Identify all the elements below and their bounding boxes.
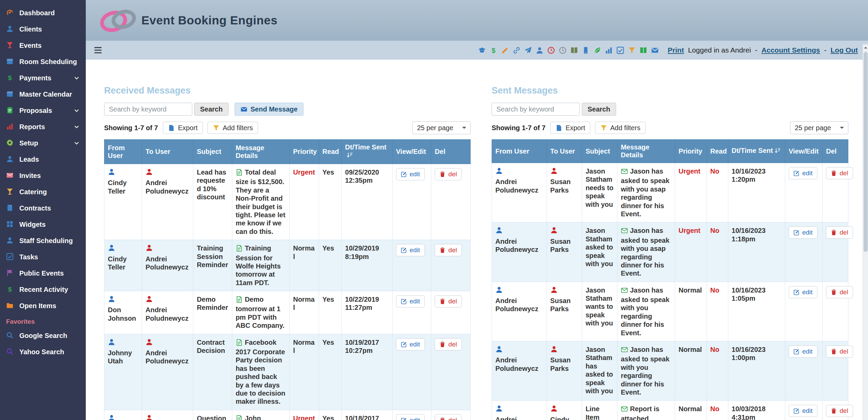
sidebar-item-public-events[interactable]: Public Events <box>0 265 86 281</box>
pencil-icon[interactable] <box>501 46 509 54</box>
envelope-icon <box>621 227 628 236</box>
add-filters-button[interactable]: Add filters <box>595 122 646 134</box>
sidebar-item-leads[interactable]: Leads <box>0 151 86 167</box>
sidebar-item-reports[interactable]: Reports <box>0 119 86 135</box>
delete-button[interactable]: del <box>826 286 853 298</box>
message-details-cell: Training Session for Wolfe Heights tomor… <box>232 240 290 291</box>
sidebar-item-recent-activity[interactable]: $ Recent Activity <box>0 281 86 298</box>
add-filters-button[interactable]: Add filters <box>208 122 258 134</box>
clock-icon[interactable] <box>547 46 555 54</box>
from-user-cell: Johnny Utah <box>104 334 142 410</box>
search-input[interactable] <box>492 103 580 116</box>
per-page-select[interactable]: 25 per page <box>412 121 471 134</box>
clock-icon[interactable] <box>559 46 567 54</box>
add-filters-label: Add filters <box>610 124 640 132</box>
per-page-select-wrap: 25 per page <box>790 121 848 134</box>
logo-rings-icon <box>98 5 138 35</box>
account-settings-link[interactable]: Account Settings <box>762 46 820 54</box>
link-icon[interactable] <box>513 46 520 54</box>
from-user-cell: Andrei Poludnewycz <box>492 222 547 282</box>
sent-table-header: From UserTo UserSubjectMessage DetailsPr… <box>492 140 848 163</box>
delete-button[interactable]: del <box>435 295 461 307</box>
edit-button[interactable]: edit <box>396 168 425 180</box>
column-header-read: Read <box>707 140 728 163</box>
funnel-icon[interactable] <box>628 46 636 54</box>
delete-button[interactable]: del <box>826 167 853 179</box>
graduation-cap-icon[interactable] <box>478 46 486 54</box>
sidebar: Dashboard Clients Events Room Scheduling… <box>0 0 86 420</box>
sidebar-item-dashboard[interactable]: Dashboard <box>0 5 86 21</box>
sidebar-item-payments[interactable]: $ Payments <box>0 70 86 86</box>
edit-button[interactable]: edit <box>789 226 817 239</box>
per-page-select[interactable]: 25 per page <box>790 121 848 134</box>
to-user-cell: Susan Parks <box>547 282 582 341</box>
delete-button[interactable]: del <box>435 338 461 351</box>
sidebar-item-clients[interactable]: Clients <box>0 21 86 37</box>
paper-plane-icon[interactable] <box>524 46 532 54</box>
sidebar-item-room-scheduling[interactable]: Room Scheduling <box>0 54 86 70</box>
column-header-dt-time-sent[interactable]: Dt/Time Sent <box>341 140 392 164</box>
scrollbar-thumb[interactable] <box>864 52 868 252</box>
del-cell: del <box>823 341 848 401</box>
search-button[interactable]: Search <box>582 103 616 116</box>
book-icon[interactable] <box>639 46 647 54</box>
sidebar-item-master-calendar[interactable]: Master Calendar <box>0 86 86 102</box>
dollar-icon[interactable]: $ <box>490 46 497 54</box>
edit-button[interactable]: edit <box>789 286 817 298</box>
export-button[interactable]: Export <box>163 122 203 134</box>
export-button[interactable]: Export <box>550 122 590 134</box>
sidebar-item-tasks[interactable]: Tasks <box>0 249 86 265</box>
checkbox-icon[interactable] <box>616 46 624 54</box>
to-user-cell: Andrei Poludnewycz <box>142 291 193 334</box>
print-link[interactable]: Print <box>668 46 684 54</box>
envelope-icon[interactable] <box>651 46 659 54</box>
from-user-cell: Cindy Teller <box>104 410 142 420</box>
delete-button[interactable]: del <box>435 414 461 420</box>
sidebar-item-widgets[interactable]: Widgets <box>0 216 86 233</box>
edit-button[interactable]: edit <box>789 405 817 417</box>
content: Received Messages Search Send Message Sh… <box>86 60 868 420</box>
leaf-icon[interactable] <box>593 46 601 54</box>
sidebar-item-invites[interactable]: Invites <box>0 167 86 184</box>
send-message-button[interactable]: Send Message <box>235 103 303 116</box>
sidebar-item-contracts[interactable]: Contracts <box>0 200 86 216</box>
column-header-dt-time-sent[interactable]: Dt/Time Sent <box>728 140 785 163</box>
to-user-cell: Andrei Poludnewycz <box>142 410 193 420</box>
sidebar-item-events[interactable]: Events <box>0 37 86 54</box>
sidebar-item-google-search[interactable]: Google Search <box>0 327 86 344</box>
delete-button[interactable]: del <box>826 345 853 358</box>
sidebar-item-staff-scheduling[interactable]: Staff Scheduling <box>0 233 86 249</box>
chart-icon[interactable] <box>605 46 613 54</box>
person-icon[interactable] <box>536 46 544 54</box>
edit-button[interactable]: edit <box>789 167 817 179</box>
edit-button[interactable]: edit <box>789 345 817 358</box>
message-details-cell: Facebook 2017 Corporate Party decision h… <box>232 334 290 410</box>
search-button[interactable]: Search <box>194 103 229 116</box>
user-icon <box>108 244 138 253</box>
chevron-down-icon <box>74 140 80 146</box>
google-search-icon <box>6 332 14 340</box>
edit-button[interactable]: edit <box>396 295 425 307</box>
sidebar-item-proposals[interactable]: Proposals <box>0 102 86 119</box>
book-icon[interactable] <box>570 46 578 54</box>
mobile-icon[interactable] <box>582 46 590 54</box>
app-logo-title: Event Booking Engines <box>141 14 277 27</box>
sidebar-item-open-items[interactable]: Open Items <box>0 298 86 314</box>
scroll-up-arrow[interactable] <box>863 44 868 51</box>
delete-button[interactable]: del <box>826 405 853 417</box>
del-cell: del <box>431 240 471 291</box>
edit-button[interactable]: edit <box>396 414 425 420</box>
delete-button[interactable]: del <box>435 244 461 256</box>
logout-link[interactable]: Log Out <box>831 46 858 54</box>
edit-button[interactable]: edit <box>396 338 425 351</box>
export-label: Export <box>566 124 585 132</box>
edit-button[interactable]: edit <box>396 244 425 256</box>
menu-icon[interactable] <box>93 45 103 55</box>
sidebar-item-setup[interactable]: Setup <box>0 135 86 151</box>
vertical-scrollbar[interactable] <box>863 44 868 420</box>
delete-button[interactable]: del <box>826 226 853 239</box>
delete-button[interactable]: del <box>435 168 461 180</box>
sidebar-item-yahoo-search[interactable]: Yahoo Search <box>0 344 86 360</box>
search-input[interactable] <box>104 103 192 116</box>
sidebar-item-catering[interactable]: Catering <box>0 184 86 200</box>
